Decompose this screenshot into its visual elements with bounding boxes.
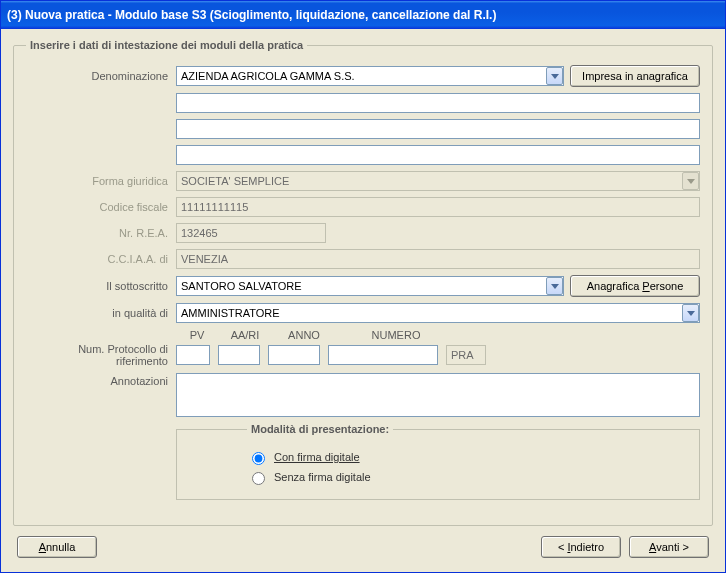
forma-giuridica-value: SOCIETA' SEMPLICE (181, 175, 682, 187)
denominazione-value: AZIENDA AGRICOLA GAMMA S.S. (181, 70, 546, 82)
label-qualita: in qualità di (26, 307, 176, 319)
forma-giuridica-select: SOCIETA' SEMPLICE (176, 171, 700, 191)
impresa-anagrafica-button[interactable]: Impresa in anagrafica (570, 65, 700, 87)
label-forma-giuridica: Forma giuridica (26, 175, 176, 187)
denominazione-extra-2[interactable] (176, 119, 700, 139)
proto-suffix-field (446, 345, 486, 365)
annotazioni-field[interactable] (176, 373, 700, 417)
radio-con-firma-label: Con firma digitale (274, 451, 360, 463)
proto-head-pv: PV (176, 329, 218, 341)
radio-senza-firma-label: Senza firma digitale (274, 471, 371, 483)
label-denominazione: Denominazione (26, 70, 176, 82)
proto-aari-field[interactable] (218, 345, 260, 365)
chevron-down-icon[interactable] (682, 304, 699, 322)
label-annotazioni: Annotazioni (26, 373, 176, 387)
titlebar: (3) Nuova pratica - Modulo base S3 (Scio… (1, 1, 725, 29)
nr-rea-field (176, 223, 326, 243)
denominazione-extra-3[interactable] (176, 145, 700, 165)
footer: Annulla < Indietro Avanti > (13, 526, 713, 566)
client-area: Inserire i dati di intestazione dei modu… (1, 29, 725, 572)
modalita-legend: Modalità di presentazione: (247, 423, 393, 435)
proto-numero-field[interactable] (328, 345, 438, 365)
proto-anno-field[interactable] (268, 345, 320, 365)
modalita-group: Modalità di presentazione: Con firma dig… (176, 423, 700, 500)
sottoscritto-select[interactable]: SANTORO SALVATORE (176, 276, 564, 296)
label-cciaa: C.C.I.A.A. di (26, 253, 176, 265)
denominazione-extra-1[interactable] (176, 93, 700, 113)
chevron-down-icon (682, 172, 699, 190)
qualita-value: AMMINISTRATORE (181, 307, 682, 319)
label-sottoscritto: Il sottoscritto (26, 280, 176, 292)
group-legend: Inserire i dati di intestazione dei modu… (26, 39, 307, 51)
denominazione-select[interactable]: AZIENDA AGRICOLA GAMMA S.S. (176, 66, 564, 86)
cciaa-field (176, 249, 700, 269)
avanti-button[interactable]: Avanti > (629, 536, 709, 558)
header-group: Inserire i dati di intestazione dei modu… (13, 39, 713, 526)
radio-senza-firma[interactable] (252, 472, 265, 485)
label-nr-rea: Nr. R.E.A. (26, 227, 176, 239)
window: (3) Nuova pratica - Modulo base S3 (Scio… (0, 0, 726, 573)
codice-fiscale-field (176, 197, 700, 217)
indietro-button[interactable]: < Indietro (541, 536, 621, 558)
chevron-down-icon[interactable] (546, 67, 563, 85)
proto-head-aari: AA/RI (218, 329, 272, 341)
proto-pv-field[interactable] (176, 345, 210, 365)
qualita-select[interactable]: AMMINISTRATORE (176, 303, 700, 323)
anagrafica-persone-button[interactable]: Anagrafica Persone (570, 275, 700, 297)
sottoscritto-value: SANTORO SALVATORE (181, 280, 546, 292)
window-title: (3) Nuova pratica - Modulo base S3 (Scio… (7, 8, 496, 22)
label-protocollo: Num. Protocollo di riferimento (26, 343, 176, 367)
radio-con-firma[interactable] (252, 452, 265, 465)
proto-head-numero: NUMERO (336, 329, 456, 341)
label-codice-fiscale: Codice fiscale (26, 201, 176, 213)
annulla-button[interactable]: Annulla (17, 536, 97, 558)
proto-head-anno: ANNO (272, 329, 336, 341)
chevron-down-icon[interactable] (546, 277, 563, 295)
